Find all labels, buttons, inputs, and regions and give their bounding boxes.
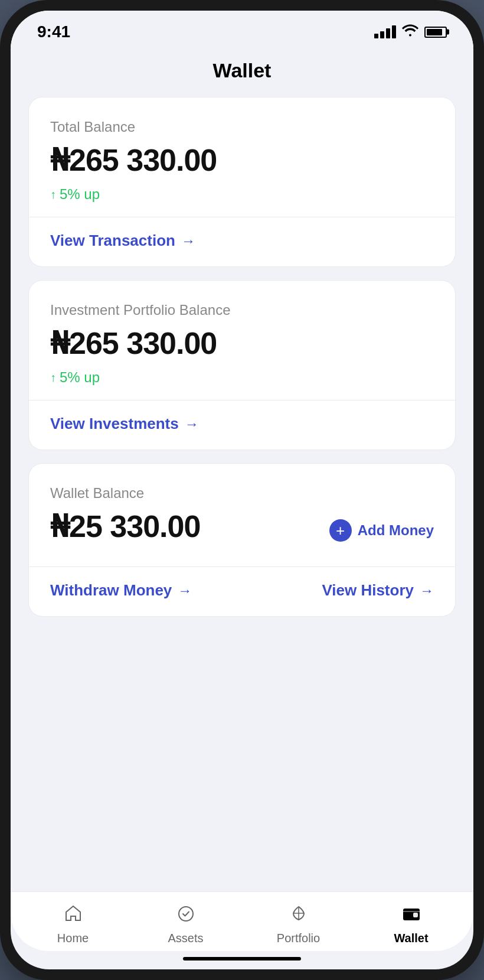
view-history-button[interactable]: View History → <box>322 581 434 600</box>
investment-portfolio-change: ↑ 5% up <box>50 369 434 386</box>
signal-icon <box>374 25 396 38</box>
arrow-right-icon-3: → <box>178 582 192 599</box>
battery-icon <box>424 27 447 38</box>
status-time: 9:41 <box>37 22 70 41</box>
page-content: Wallet Total Balance ₦265 330.00 ↑ 5% up… <box>11 47 473 891</box>
assets-icon <box>176 904 196 928</box>
nav-item-wallet[interactable]: Wallet <box>355 904 467 945</box>
investment-portfolio-card: Investment Portfolio Balance ₦265 330.00… <box>28 280 456 450</box>
card-divider <box>29 217 455 217</box>
investment-portfolio-change-text: 5% up <box>60 369 100 386</box>
wallet-actions-row: Withdraw Money → View History → <box>50 581 434 600</box>
status-icons <box>374 24 447 40</box>
card-divider-3 <box>29 566 455 567</box>
view-transaction-button[interactable]: View Transaction → <box>50 232 434 250</box>
wallet-balance-amount: ₦25 330.00 <box>50 509 200 544</box>
nav-item-portfolio[interactable]: Portfolio <box>242 904 355 945</box>
view-history-label: View History <box>322 581 414 600</box>
view-investments-button[interactable]: View Investments → <box>50 415 434 433</box>
status-bar: 9:41 <box>11 11 473 47</box>
wallet-balance-card: Wallet Balance ₦25 330.00 + Add Money Wi… <box>28 463 456 617</box>
nav-label-wallet: Wallet <box>394 932 428 945</box>
view-investments-label: View Investments <box>50 415 179 433</box>
portfolio-icon <box>289 904 309 928</box>
wifi-icon <box>402 24 418 40</box>
up-arrow-icon-2: ↑ <box>50 371 56 385</box>
home-indicator <box>183 957 301 961</box>
total-balance-card: Total Balance ₦265 330.00 ↑ 5% up View T… <box>28 97 456 267</box>
arrow-right-icon-2: → <box>185 416 199 432</box>
wallet-balance-label: Wallet Balance <box>50 485 434 502</box>
home-icon <box>63 904 83 928</box>
nav-item-home[interactable]: Home <box>17 904 129 945</box>
up-arrow-icon: ↑ <box>50 188 56 201</box>
svg-point-0 <box>179 907 193 921</box>
total-balance-label: Total Balance <box>50 119 434 135</box>
add-money-button[interactable]: + Add Money <box>329 519 434 542</box>
investment-portfolio-amount: ₦265 330.00 <box>50 325 434 361</box>
bottom-nav: Home Assets <box>11 891 473 951</box>
nav-label-home: Home <box>57 932 89 945</box>
investment-portfolio-label: Investment Portfolio Balance <box>50 302 434 318</box>
withdraw-money-button[interactable]: Withdraw Money → <box>50 581 192 600</box>
total-balance-amount: ₦265 330.00 <box>50 142 434 178</box>
view-transaction-label: View Transaction <box>50 232 175 250</box>
nav-label-portfolio: Portfolio <box>277 932 320 945</box>
arrow-right-icon: → <box>181 233 195 249</box>
wallet-icon <box>401 904 421 928</box>
total-balance-change: ↑ 5% up <box>50 186 434 203</box>
svg-rect-2 <box>413 913 418 917</box>
nav-label-assets: Assets <box>168 932 203 945</box>
page-title: Wallet <box>28 47 456 97</box>
card-divider-2 <box>29 400 455 401</box>
total-balance-change-text: 5% up <box>60 186 100 203</box>
nav-item-assets[interactable]: Assets <box>129 904 242 945</box>
add-money-icon: + <box>329 519 352 542</box>
phone-screen: 9:41 <box>11 11 473 969</box>
withdraw-money-label: Withdraw Money <box>50 581 172 600</box>
phone-frame: 9:41 <box>0 0 484 980</box>
add-money-label: Add Money <box>358 522 434 539</box>
wallet-top-row: ₦25 330.00 + Add Money <box>50 509 434 552</box>
arrow-right-icon-4: → <box>420 582 434 599</box>
